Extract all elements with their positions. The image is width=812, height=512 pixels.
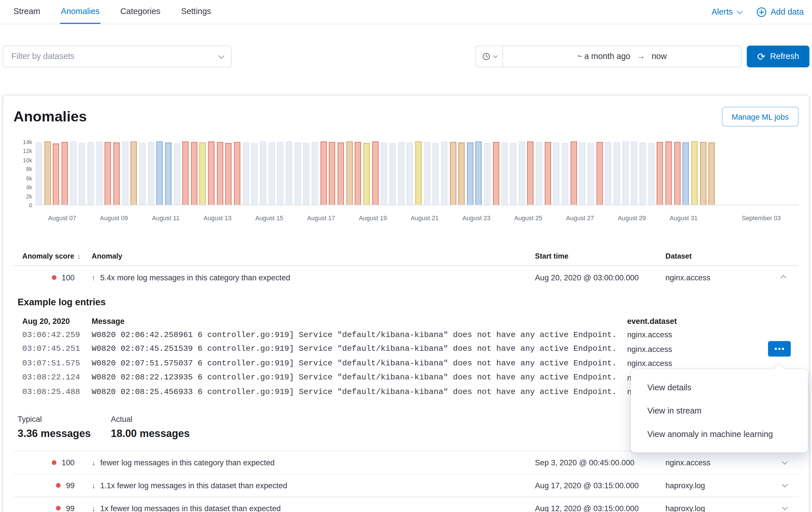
histogram-bar bbox=[536, 142, 542, 205]
chevron-down-icon bbox=[782, 504, 788, 510]
date-range-start[interactable]: ~ a month ago bbox=[577, 52, 630, 61]
arrow-down-icon: ↓ bbox=[92, 504, 95, 512]
dataset-filter-input[interactable] bbox=[11, 52, 219, 61]
histogram-bar bbox=[286, 141, 292, 205]
histogram-bar bbox=[320, 142, 327, 205]
x-axis-tick-label: August 07 bbox=[48, 214, 76, 222]
menu-item-view-details[interactable]: View details bbox=[631, 376, 808, 399]
y-axis-tick-label: 6k bbox=[26, 175, 32, 181]
histogram-bar bbox=[113, 143, 120, 205]
boxes-horizontal-icon bbox=[782, 348, 784, 350]
alerts-menu-button[interactable]: Alerts bbox=[712, 7, 741, 17]
dataset-filter-combobox[interactable] bbox=[3, 46, 231, 67]
expand-row-button[interactable] bbox=[768, 460, 800, 464]
date-quick-select-button[interactable] bbox=[475, 46, 502, 67]
histogram-bar bbox=[493, 142, 499, 205]
histogram-bar bbox=[122, 142, 128, 205]
log-message: W0820 02:07:45.251539 6 controller.go:91… bbox=[83, 344, 618, 354]
anomaly-score: 100 bbox=[61, 273, 75, 282]
column-header-anomaly[interactable]: Anomaly bbox=[83, 252, 526, 260]
x-axis-tick-label: August 17 bbox=[307, 214, 335, 222]
histogram-bar bbox=[243, 142, 249, 205]
x-axis-tick-label: August 13 bbox=[203, 214, 231, 222]
refresh-button[interactable]: ⟳ Refresh bbox=[747, 46, 809, 67]
menu-item-view-in-stream[interactable]: View in stream bbox=[631, 399, 808, 422]
histogram-bar bbox=[433, 143, 439, 205]
column-header-anomaly-score[interactable]: Anomaly score↓ bbox=[13, 252, 83, 260]
histogram-bar bbox=[450, 142, 456, 205]
actual-stat: Actual 18.00 messages bbox=[111, 414, 204, 439]
date-range-field[interactable]: ~ a month ago → now bbox=[502, 46, 742, 67]
histogram-bar bbox=[139, 143, 146, 205]
tab-stream[interactable]: Stream bbox=[12, 0, 41, 24]
histogram-bar bbox=[631, 142, 637, 205]
y-axis-tick-label: 12k bbox=[23, 148, 32, 154]
expand-row-button[interactable] bbox=[768, 506, 800, 510]
table-row[interactable]: 100 ↑ 5.4x more log messages in this cat… bbox=[13, 266, 799, 289]
tab-anomalies[interactable]: Anomalies bbox=[60, 0, 100, 24]
histogram-bar bbox=[294, 142, 301, 205]
anomaly-score-cell: 100 bbox=[13, 273, 83, 282]
date-range-end[interactable]: now bbox=[651, 52, 667, 61]
typical-label: Typical bbox=[18, 414, 111, 423]
tab-settings[interactable]: Settings bbox=[180, 0, 212, 24]
histogram-bar bbox=[303, 143, 309, 205]
date-picker-group: ~ a month ago → now ⟳ Refresh bbox=[475, 46, 809, 67]
column-header-start-time[interactable]: Start time bbox=[526, 252, 657, 260]
histogram-bar bbox=[182, 141, 188, 205]
histogram-bar bbox=[571, 142, 577, 205]
histogram-bar bbox=[510, 143, 517, 205]
log-entries-header: Aug 20, 2020 Message event.dataset bbox=[13, 314, 799, 328]
histogram-bar bbox=[372, 142, 379, 205]
log-entry-row[interactable]: 03:07:51.575 W0820 02:07:51.575037 6 con… bbox=[13, 356, 799, 370]
histogram-bar bbox=[355, 142, 361, 205]
collapse-row-button[interactable] bbox=[768, 275, 800, 279]
anomalies-table-header: Anomaly score↓ Anomaly Start time Datase… bbox=[13, 246, 799, 266]
x-axis-tick-label: August 23 bbox=[462, 214, 490, 222]
dataset-cell: haproxy.log bbox=[657, 504, 768, 512]
add-data-link[interactable]: Add data bbox=[756, 7, 804, 17]
expand-row-button[interactable] bbox=[768, 483, 800, 487]
boxes-horizontal-icon bbox=[775, 348, 777, 350]
histogram-bar bbox=[53, 143, 59, 205]
log-message: W0820 02:06:42.258961 6 controller.go:91… bbox=[83, 330, 618, 340]
dataset-cell: haproxy.log bbox=[657, 481, 768, 490]
histogram-bar bbox=[622, 141, 629, 205]
histogram-bar bbox=[519, 142, 525, 205]
histogram-bar bbox=[596, 142, 603, 205]
dataset-cell: nginx.access bbox=[657, 458, 768, 467]
dataset-cell: nginx.access bbox=[657, 273, 768, 282]
histogram-bar bbox=[277, 142, 284, 205]
column-header-dataset[interactable]: Dataset bbox=[657, 252, 768, 260]
manage-ml-jobs-button[interactable]: Manage ML jobs bbox=[722, 107, 799, 127]
severity-dot-icon bbox=[56, 483, 61, 487]
x-axis-tick-label: August 21 bbox=[411, 214, 439, 222]
log-timestamp: 03:06:42.259 bbox=[13, 330, 83, 340]
table-row[interactable]: 99 ↓ 1.1x fewer log messages in this dat… bbox=[13, 474, 799, 497]
log-entry-actions-button[interactable] bbox=[768, 341, 791, 356]
tab-categories[interactable]: Categories bbox=[119, 0, 162, 24]
histogram-bar bbox=[131, 141, 137, 205]
histogram-bar bbox=[260, 142, 266, 205]
anomaly-description-cell: ↓ 1x fewer log messages in this dataset … bbox=[83, 504, 526, 512]
anomaly-description: fewer log messages in this category than… bbox=[100, 458, 275, 467]
table-row[interactable]: 99 ↓ 1x fewer log messages in this datas… bbox=[13, 497, 799, 512]
histogram-bar bbox=[553, 143, 560, 205]
histogram-bar bbox=[148, 142, 154, 205]
x-axis-tick-label: August 11 bbox=[152, 214, 179, 222]
histogram-bar bbox=[527, 141, 533, 205]
anomaly-histogram-plot[interactable] bbox=[36, 142, 799, 205]
severity-dot-icon bbox=[52, 275, 56, 279]
log-entry-row[interactable]: 03:07:45.251 W0820 02:07:45.251539 6 con… bbox=[13, 342, 799, 356]
histogram-bar bbox=[191, 142, 197, 205]
table-row[interactable]: 100 ↓ fewer log messages in this categor… bbox=[13, 451, 799, 474]
histogram-bar bbox=[156, 142, 163, 205]
histogram-bar bbox=[441, 142, 447, 205]
histogram-bar bbox=[346, 141, 352, 205]
filter-toolbar: ~ a month ago → now ⟳ Refresh bbox=[0, 46, 812, 67]
log-timestamp: 03:07:45.251 bbox=[13, 344, 83, 354]
log-timestamp: 03:08:25.488 bbox=[13, 387, 83, 397]
clock-icon bbox=[482, 52, 490, 61]
log-entry-row[interactable]: 03:06:42.259 W0820 02:06:42.258961 6 con… bbox=[13, 328, 799, 342]
menu-item-view-anomaly-in-ml[interactable]: View anomaly in machine learning bbox=[631, 422, 808, 446]
